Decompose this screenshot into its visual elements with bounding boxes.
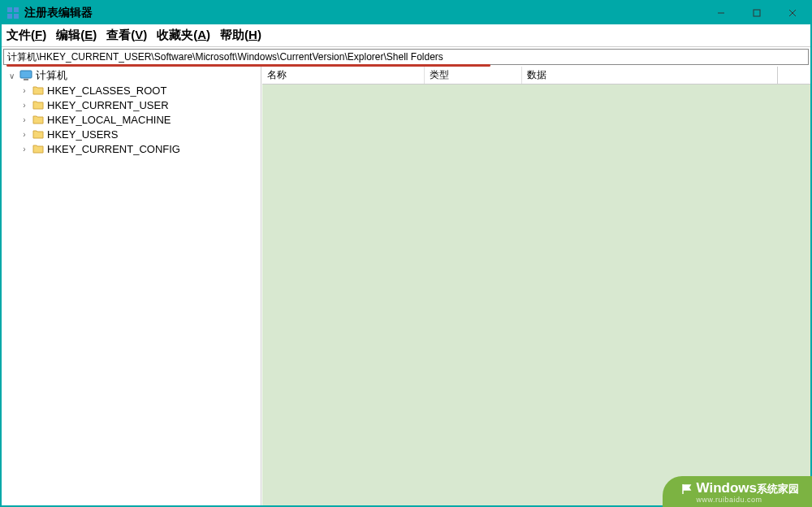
app-window: 注册表编辑器 文件(F) 编辑(E) 查看(V) 收藏夹(A) 帮助(H) ∨ … xyxy=(0,0,812,507)
folder-icon xyxy=(32,115,44,124)
tree-item[interactable]: › HKEY_CURRENT_CONFIG xyxy=(2,141,261,156)
tree-item[interactable]: › HKEY_LOCAL_MACHINE xyxy=(2,112,261,127)
tree-item[interactable]: › HKEY_CURRENT_USER xyxy=(2,98,261,112)
folder-icon xyxy=(32,85,44,95)
column-data[interactable]: 数据 xyxy=(522,67,778,84)
menu-help[interactable]: 帮助(H) xyxy=(220,28,261,43)
chevron-right-icon[interactable]: › xyxy=(19,130,29,139)
folder-icon xyxy=(32,144,44,154)
computer-icon xyxy=(19,70,32,81)
maximize-button[interactable] xyxy=(739,2,775,24)
watermark: Windows系统家园 www.ruibaidu.com xyxy=(663,476,812,507)
svg-rect-3 xyxy=(14,14,19,19)
menu-edit[interactable]: 编辑(E) xyxy=(56,28,97,43)
app-icon xyxy=(6,6,19,20)
svg-rect-5 xyxy=(754,10,760,16)
tree-item-label: HKEY_CURRENT_CONFIG xyxy=(47,143,180,155)
menu-favorites[interactable]: 收藏夹(A) xyxy=(157,28,210,43)
column-name[interactable]: 名称 xyxy=(262,67,425,84)
tree-root[interactable]: ∨ 计算机 xyxy=(2,68,261,83)
folder-icon xyxy=(32,129,44,139)
tree-item-label: HKEY_LOCAL_MACHINE xyxy=(47,114,171,126)
watermark-text: Windows系统家园 xyxy=(697,481,799,496)
svg-rect-8 xyxy=(20,71,32,78)
window-controls xyxy=(703,2,810,24)
main-content: ∨ 计算机 › HKEY_CLASSES_ROOT › HKEY_CURRENT… xyxy=(2,67,810,505)
tree-item[interactable]: › HKEY_CLASSES_ROOT xyxy=(2,83,261,98)
address-input[interactable] xyxy=(3,49,809,65)
chevron-down-icon[interactable]: ∨ xyxy=(6,72,16,80)
tree-item-label: HKEY_CURRENT_USER xyxy=(47,99,169,111)
svg-rect-0 xyxy=(7,7,12,12)
highlight-underline xyxy=(6,64,490,67)
svg-rect-9 xyxy=(24,79,28,80)
folder-icon xyxy=(32,100,44,110)
chevron-right-icon[interactable]: › xyxy=(19,145,29,154)
column-headers: 名称 类型 数据 xyxy=(262,67,810,84)
tree-panel[interactable]: ∨ 计算机 › HKEY_CLASSES_ROOT › HKEY_CURRENT… xyxy=(2,67,261,505)
menu-view[interactable]: 查看(V) xyxy=(106,28,147,43)
svg-rect-2 xyxy=(7,14,12,19)
tree-root-label: 计算机 xyxy=(36,68,67,83)
window-title: 注册表编辑器 xyxy=(24,6,93,20)
data-list[interactable] xyxy=(262,84,810,505)
menu-file[interactable]: 文件(F) xyxy=(6,28,46,43)
flag-icon xyxy=(680,483,693,496)
chevron-right-icon[interactable]: › xyxy=(19,115,29,124)
chevron-right-icon[interactable]: › xyxy=(19,86,29,95)
tree-item-label: HKEY_CLASSES_ROOT xyxy=(47,84,166,97)
tree-item-label: HKEY_USERS xyxy=(47,128,118,141)
menubar: 文件(F) 编辑(E) 查看(V) 收藏夹(A) 帮助(H) xyxy=(2,24,810,47)
watermark-url: www.ruibaidu.com xyxy=(697,496,762,505)
address-bar xyxy=(3,49,809,65)
column-type[interactable]: 类型 xyxy=(425,67,522,84)
chevron-right-icon[interactable]: › xyxy=(19,101,29,110)
close-button[interactable] xyxy=(775,2,810,24)
tree-item[interactable]: › HKEY_USERS xyxy=(2,127,261,141)
svg-rect-1 xyxy=(14,7,19,12)
minimize-button[interactable] xyxy=(703,2,739,24)
data-panel: 名称 类型 数据 xyxy=(261,67,810,505)
titlebar[interactable]: 注册表编辑器 xyxy=(2,2,810,24)
